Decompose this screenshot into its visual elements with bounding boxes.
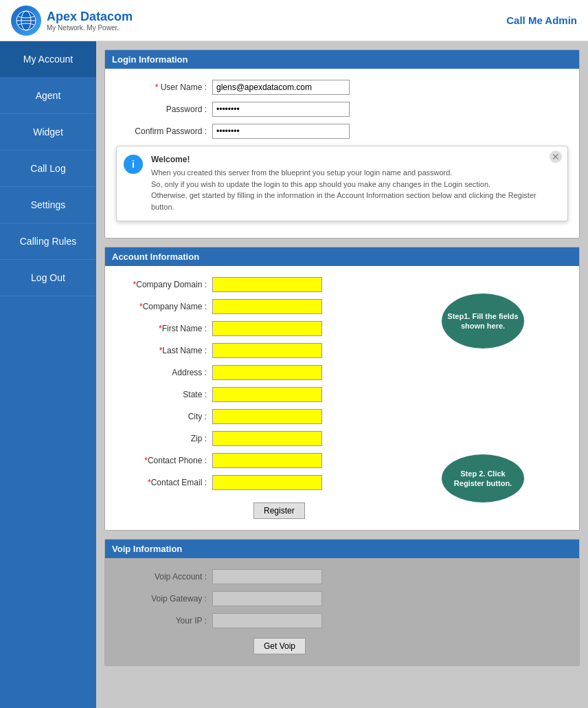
logo-name: Apex Datacom	[47, 10, 133, 24]
sidebar-item-call-log[interactable]: Call Log	[0, 151, 96, 187]
welcome-popup: i ✕ Welcome! When you created this serve…	[116, 146, 568, 221]
required-star-3: *	[159, 346, 163, 355]
login-information-header: Login Information	[105, 50, 579, 69]
username-required-star: *	[155, 82, 159, 92]
account-field-input-4[interactable]	[212, 365, 322, 380]
account-field-input-0[interactable]	[212, 277, 322, 292]
account-field-input-3[interactable]	[212, 343, 322, 358]
layout: My Account Agent Widget Call Log Setting…	[0, 41, 588, 708]
password-label: Password :	[116, 104, 212, 114]
required-star-9: *	[148, 478, 151, 487]
sidebar-item-agent[interactable]: Agent	[0, 78, 96, 114]
username-row: * User Name :	[116, 80, 568, 95]
logo-tagline: My Network. My Power.	[47, 24, 133, 32]
account-field-input-1[interactable]	[212, 299, 322, 314]
logo-text: Apex Datacom My Network. My Power.	[47, 10, 133, 32]
account-field-row-0: *Company Domain :	[116, 277, 568, 292]
confirm-password-label: Confirm Password :	[116, 126, 212, 136]
welcome-text-1: When you created this server from the bl…	[151, 167, 556, 179]
required-star-0: *	[133, 280, 137, 289]
account-field-input-9[interactable]	[212, 475, 322, 490]
username-label: * User Name :	[116, 82, 212, 92]
your-ip-input[interactable]	[212, 613, 322, 628]
voip-account-label: Voip Account :	[116, 572, 212, 582]
confirm-password-row: Confirm Password :	[116, 124, 568, 139]
voip-account-input[interactable]	[212, 569, 322, 584]
apex-logo-svg	[15, 10, 37, 32]
account-field-input-8[interactable]	[212, 453, 322, 468]
logo-area: Apex Datacom My Network. My Power.	[11, 5, 133, 36]
account-field-row-4: Address :	[116, 365, 568, 380]
voip-account-row: Voip Account :	[116, 569, 568, 584]
required-star-2: *	[159, 324, 162, 333]
login-information-body: * User Name : Password : Confirm Passwor…	[105, 69, 579, 238]
welcome-title: Welcome!	[151, 155, 556, 164]
voip-information-header: Voip Information	[105, 540, 579, 558]
account-field-label-6: City :	[116, 412, 212, 421]
username-input[interactable]	[212, 80, 350, 95]
logo-icon	[11, 5, 41, 36]
your-ip-label: Your IP :	[116, 616, 212, 626]
required-star-1: *	[139, 302, 143, 311]
account-information-panel: Account Information Step1. Fill the fiel…	[104, 247, 580, 531]
required-star-8: *	[144, 456, 148, 465]
welcome-text-3: Otherwise, get started by filling in the…	[151, 190, 556, 212]
get-voip-button[interactable]: Get Voip	[253, 638, 306, 654]
account-field-input-7[interactable]	[212, 431, 322, 446]
account-information-header: Account Information	[105, 247, 579, 266]
confirm-password-input[interactable]	[212, 124, 350, 139]
account-field-label-4: Address :	[116, 368, 212, 377]
account-field-input-2[interactable]	[212, 321, 322, 336]
welcome-text-2: So, only if you wish to update the login…	[151, 179, 556, 190]
voip-information-panel: Voip Information Voip Account : Voip Gat…	[104, 539, 580, 666]
account-field-label-0: *Company Domain :	[116, 280, 212, 289]
account-field-label-3: *Last Name :	[116, 346, 212, 355]
account-field-input-6[interactable]	[212, 409, 322, 424]
callout-bubble-step1: Step1. Fill the fields shown here.	[442, 294, 524, 349]
account-field-row-5: State :	[116, 387, 568, 402]
your-ip-row: Your IP :	[116, 613, 568, 628]
sidebar-item-calling-rules[interactable]: Calling Rules	[0, 223, 96, 260]
sidebar-item-log-out[interactable]: Log Out	[0, 260, 96, 296]
user-name: Call Me Admin	[506, 14, 577, 26]
account-information-body: Step1. Fill the fields shown here. *Comp…	[105, 266, 579, 530]
voip-gateway-row: Voip Gateway :	[116, 591, 568, 606]
account-field-label-7: Zip :	[116, 434, 212, 443]
account-field-row-6: City :	[116, 409, 568, 424]
sidebar-item-settings[interactable]: Settings	[0, 187, 96, 223]
account-field-input-5[interactable]	[212, 387, 322, 402]
voip-gateway-input[interactable]	[212, 591, 322, 606]
password-row: Password :	[116, 102, 568, 117]
sidebar: My Account Agent Widget Call Log Setting…	[0, 41, 96, 708]
account-field-row-7: Zip :	[116, 431, 568, 446]
voip-gateway-label: Voip Gateway :	[116, 594, 212, 604]
register-button[interactable]: Register	[253, 502, 305, 519]
header: Apex Datacom My Network. My Power. Call …	[0, 0, 588, 41]
info-icon: i	[124, 155, 143, 174]
account-field-label-5: State :	[116, 390, 212, 399]
account-field-label-8: *Contact Phone :	[116, 456, 212, 465]
sidebar-item-my-account[interactable]: My Account	[0, 41, 96, 78]
password-input[interactable]	[212, 102, 350, 117]
account-field-label-1: *Company Name :	[116, 302, 212, 311]
sidebar-item-widget[interactable]: Widget	[0, 114, 96, 151]
close-button[interactable]: ✕	[550, 151, 562, 163]
voip-information-body: Voip Account : Voip Gateway : Your IP : …	[105, 558, 579, 665]
account-field-label-2: *First Name :	[116, 324, 212, 333]
login-information-panel: Login Information * User Name : Password…	[104, 49, 580, 239]
main-content: Login Information * User Name : Password…	[96, 41, 588, 708]
callout-bubble-step2: Step 2. Click Register button.	[442, 454, 524, 502]
account-field-label-9: *Contact Email :	[116, 478, 212, 487]
